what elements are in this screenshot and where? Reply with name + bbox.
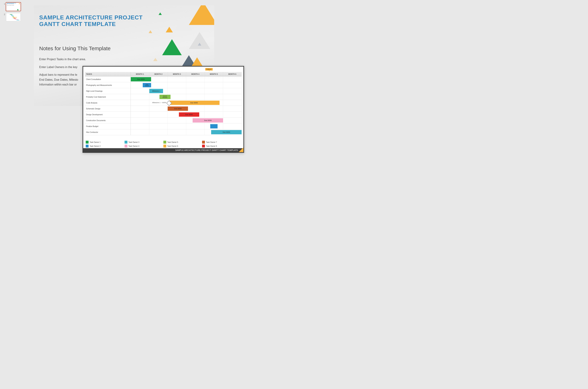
gantt-bar[interactable]: Due 00/00 <box>131 77 151 81</box>
gantt-row-grid: Milestone 1 <box>131 88 242 94</box>
gantt-bar[interactable] <box>210 124 218 129</box>
gantt-row: Schematic DesignDue 00/00 <box>85 106 242 112</box>
gantt-bar[interactable]: Due 00/00 <box>179 112 199 117</box>
legend-item: Task Owner 5 <box>163 141 202 144</box>
thumbnail-index: 2 <box>0 13 6 15</box>
legend-label: Task Owner 2 <box>90 145 101 147</box>
gantt-row: Construction DocumentsDue 00/00 <box>85 118 242 124</box>
gantt-row-grid: Due 00/00Milestone 1 – 00/00 <box>131 100 242 106</box>
gantt-row: Hire ContractorDue 00/00 <box>85 129 242 135</box>
slide-subtitle: Notes for Using This Template <box>39 45 111 51</box>
task-name-cell: Hire Contractor <box>85 129 131 135</box>
legend: Task Owner 1Task Owner 3Task Owner 5Task… <box>86 141 241 147</box>
gantt-row-grid: NeedsReview <box>131 94 242 100</box>
gantt-row: Probably Cost StatementNeedsReview <box>85 94 242 100</box>
task-name-cell: Design Development <box>85 112 131 117</box>
gantt-bar[interactable]: Due 00/00 <box>168 106 188 111</box>
legend-swatch <box>163 145 166 147</box>
body-para: Enter Project Tasks in the chart area. <box>39 57 125 62</box>
legend-swatch <box>202 141 205 144</box>
slide-2-canvas: TODAY TASKS MONTH 1MONTH 2MONTH 3MONTH 4… <box>82 66 244 153</box>
footer-text: SAMPLE ARCHITECTURE PROJECT GANTT CHART … <box>175 149 238 151</box>
milestone-label: Milestone 1 – 00/00 <box>152 102 166 103</box>
triangle-icon <box>162 39 182 55</box>
gantt-row-grid: Due 00/00 <box>131 118 242 123</box>
month-column-header: MONTH 3 <box>168 72 186 76</box>
gantt-bar[interactable]: Due 00/00 <box>193 118 223 123</box>
gantt-bar[interactable]: Due 00/00 <box>169 101 219 105</box>
gantt-row: Design DevelopmentDue 00/00 <box>85 112 242 118</box>
month-column-header: MONTH 2 <box>149 72 168 76</box>
thumbnail-row-2[interactable]: 2 <box>0 13 23 21</box>
legend-swatch <box>202 145 205 147</box>
legend-label: Task Owner 4 <box>129 145 139 147</box>
gantt-bar[interactable]: Due 00/00 <box>211 130 242 134</box>
gantt-row: High-Level DrawingsMilestone 1 <box>85 88 242 94</box>
thumbnail-slide-1[interactable]: SAMPLE ARCHITECTURE PROJECTGANTT CHART T… <box>6 2 21 11</box>
title-line-1: SAMPLE ARCHITECTURE PROJECT <box>39 14 143 21</box>
gantt-row-grid: Due00/00 <box>131 82 242 88</box>
legend-item: Task Owner 6 <box>163 145 202 147</box>
legend-item: Task Owner 8 <box>202 145 241 147</box>
gantt-row-grid <box>131 124 242 129</box>
thumbnail-index: 1 <box>0 2 6 5</box>
gantt-row-grid: Due 00/00 <box>131 76 242 82</box>
legend-item: Task Owner 2 <box>86 145 125 147</box>
gantt-row-grid: Due 00/00 <box>131 106 242 111</box>
gantt-row-grid: Due 00/00 <box>131 112 242 117</box>
legend-label: Task Owner 1 <box>90 141 101 143</box>
triangle-icon <box>192 57 203 66</box>
triangle-icon <box>198 43 201 46</box>
gantt-header-row: TASKS MONTH 1MONTH 2MONTH 3MONTH 4MONTH … <box>85 72 242 76</box>
legend-item: Task Owner 7 <box>202 141 241 144</box>
gantt-row-grid: Due 00/00 <box>131 129 242 135</box>
legend-label: Task Owner 5 <box>167 141 178 143</box>
legend-label: Task Owner 6 <box>167 145 178 147</box>
thumbnail-row-1[interactable]: 1 SAMPLE ARCHITECTURE PROJECTGANTT CHART… <box>0 2 23 11</box>
gantt-bar[interactable]: Milestone 1 <box>149 89 163 93</box>
legend-label: Task Owner 3 <box>129 141 139 143</box>
task-name-cell: Construction Documents <box>85 118 131 123</box>
task-name-cell: Photography and Measurements <box>85 82 131 88</box>
month-column-header: MONTH 1 <box>131 72 149 76</box>
footer-accent-triangle <box>239 147 243 152</box>
triangle-icon <box>149 30 152 33</box>
gantt-table: TASKS MONTH 1MONTH 2MONTH 3MONTH 4MONTH … <box>85 72 242 134</box>
gantt-row: Photography and MeasurementsDue00/00 <box>85 82 242 88</box>
month-column-header: MONTH 5 <box>205 72 223 76</box>
task-name-cell: Probably Cost Statement <box>85 94 131 100</box>
legend-swatch <box>125 141 127 144</box>
gantt-row: Code AnalysisDue 00/00Milestone 1 – 00/0… <box>85 100 242 106</box>
task-name-cell: Client Consultation <box>85 76 131 82</box>
triangle-icon <box>159 12 162 15</box>
slide-title: SAMPLE ARCHITECTURE PROJECT GANTT CHART … <box>39 14 143 28</box>
legend-swatch <box>86 145 89 147</box>
gantt-bar[interactable]: NeedsReview <box>160 95 171 99</box>
app-viewport: 1 SAMPLE ARCHITECTURE PROJECTGANTT CHART… <box>0 0 271 179</box>
gantt-chart: TASKS MONTH 1MONTH 2MONTH 3MONTH 4MONTH … <box>85 72 242 134</box>
triangle-icon <box>189 5 214 25</box>
month-column-header: MONTH 6 <box>223 72 242 76</box>
task-name-cell: High-Level Drawings <box>85 88 131 94</box>
slide-footer: SAMPLE ARCHITECTURE PROJECT GANTT CHART … <box>83 148 243 152</box>
task-name-cell: Code Analysis <box>85 100 131 106</box>
triangle-icon <box>153 58 158 61</box>
thumbnail-slide-2[interactable] <box>6 13 21 21</box>
legend-item: Task Owner 1 <box>86 141 125 144</box>
month-headers: MONTH 1MONTH 2MONTH 3MONTH 4MONTH 5MONTH… <box>131 72 242 76</box>
triangle-icon <box>189 32 210 49</box>
title-line-2: GANTT CHART TEMPLATE <box>39 21 116 27</box>
legend-label: Task Owner 7 <box>206 141 217 143</box>
legend-swatch <box>163 141 166 144</box>
gantt-row: Finalize Budget <box>85 124 242 129</box>
thumbnail-panel: 1 SAMPLE ARCHITECTURE PROJECTGANTT CHART… <box>0 0 23 24</box>
gantt-bar[interactable]: Due00/00 <box>143 83 151 87</box>
legend-item: Task Owner 4 <box>125 145 163 147</box>
legend-label: Task Owner 8 <box>206 145 217 147</box>
task-name-cell: Finalize Budget <box>85 124 131 129</box>
tasks-column-header: TASKS <box>85 72 131 76</box>
triangle-icon <box>166 27 173 32</box>
legend-item: Task Owner 3 <box>125 141 163 144</box>
month-column-header: MONTH 4 <box>186 72 205 76</box>
task-name-cell: Schematic Design <box>85 106 131 111</box>
